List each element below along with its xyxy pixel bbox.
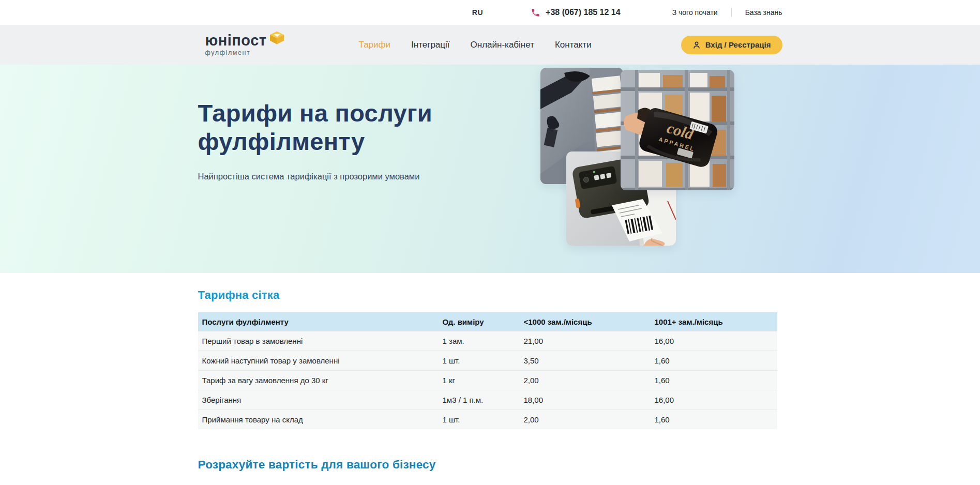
logo-tagline: фулфілмент [205,50,267,56]
logo-name: юніпост [205,33,267,48]
table-cell: 21,00 [520,337,651,345]
table-cell: 16,00 [651,396,777,404]
table-row: Тариф за вагу замовлення до 30 кг 1 кг 2… [198,370,777,390]
table-cell: 1,60 [651,376,777,385]
user-icon [692,41,701,49]
phone-link[interactable]: +38 (067) 185 12 14 [531,8,621,18]
table-cell: Приймання товару на склад [198,415,439,424]
table-cell: 1,60 [651,415,777,424]
hero-section: Тарифи на послуги фулфілменту Найпростіш… [0,65,980,273]
main-nav: Тарифи Інтеграції Онлайн-кабінет Контакт… [359,40,592,50]
header: юніпост фулфілмент Тарифи Інтеграції О [0,25,980,65]
table-column-header: <1000 зам./місяць [520,317,651,326]
nav-item-integrations[interactable]: Інтеграції [411,40,450,50]
table-column-header: Од. виміру [439,317,520,326]
logo[interactable]: юніпост фулфілмент [205,33,284,56]
table-column-header: 1001+ зам./місяць [651,317,777,326]
page: RU +38 (067) 185 12 14 З чого почати Баз… [0,0,980,485]
table-cell: Зберігання [198,396,439,404]
table-cell: Кожний наступний товар у замовленні [198,356,439,365]
login-register-label: Вхід / Реєстрація [705,40,771,49]
topbar-divider [731,8,732,17]
page-title: Тарифи на послуги фулфілменту [198,99,488,156]
table-cell: 18,00 [520,396,651,404]
calculator-section-title: Розрахуйте вартість для вашого бізнесу [198,458,782,472]
table-row: Кожний наступний товар у замовленні 1 шт… [198,351,777,370]
table-row: Приймання товару на склад 1 шт. 2,00 1,6… [198,410,777,429]
pricing-section: Тарифна сітка Послуги фулфілменту Од. ви… [0,273,980,472]
black-parcel-photo: cold APPAREL [621,70,734,190]
table-cell: 1,60 [651,356,777,365]
topbar: RU +38 (067) 185 12 14 З чого почати Баз… [0,0,980,25]
phone-icon [531,8,540,18]
login-register-button[interactable]: Вхід / Реєстрація [681,36,782,54]
pricing-table: Послуги фулфілменту Од. виміру <1000 зам… [198,312,777,429]
nav-item-contacts[interactable]: Контакти [555,40,592,50]
table-cell: 1 шт. [439,356,520,365]
nav-item-tariffs[interactable]: Тарифи [359,40,391,50]
table-cell: Перший товар в замовленні [198,337,439,345]
table-cell: 2,00 [520,415,651,424]
table-row: Перший товар в замовленні 1 зам. 21,00 1… [198,331,777,351]
topbar-link-knowledge[interactable]: База знань [745,8,782,17]
table-cell: 2,00 [520,376,651,385]
table-cell: 3,50 [520,356,651,365]
phone-number: +38 (067) 185 12 14 [546,8,621,17]
topbar-link-start[interactable]: З чого почати [672,8,718,17]
pricing-table-header: Послуги фулфілменту Од. виміру <1000 зам… [198,312,777,331]
table-cell: 1 зам. [439,337,520,345]
hero-photo-collage: cold APPAREL [540,66,737,247]
logo-cube-icon [270,31,284,47]
pricing-section-title: Тарифна сітка [198,289,782,302]
table-row: Зберігання 1м3 / 1 п.м. 18,00 16,00 [198,390,777,410]
table-cell: 16,00 [651,337,777,345]
table-cell: 1м3 / 1 п.м. [439,396,520,404]
table-column-header: Послуги фулфілменту [198,317,439,326]
table-cell: 1 шт. [439,415,520,424]
language-switcher[interactable]: RU [472,8,483,17]
table-cell: 1 кг [439,376,520,385]
nav-item-cabinet[interactable]: Онлайн-кабінет [471,40,534,50]
table-cell: Тариф за вагу замовлення до 30 кг [198,376,439,385]
